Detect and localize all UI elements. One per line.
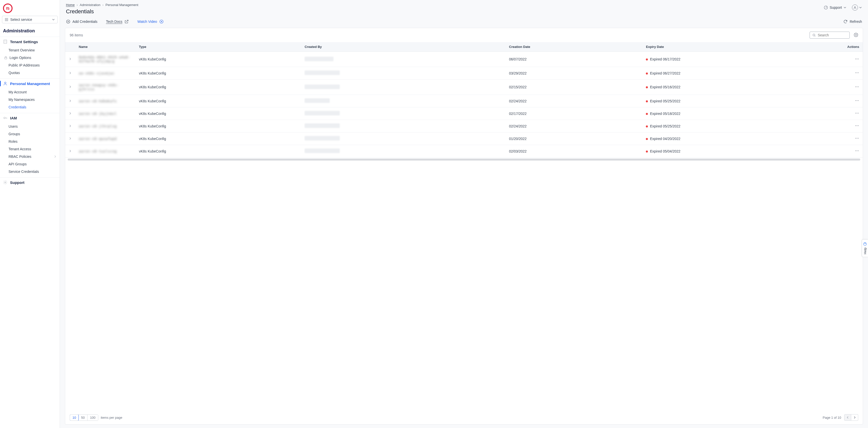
service-selector[interactable]: Select service bbox=[2, 16, 58, 23]
nav-item-rbac-policies[interactable]: RBAC Policies bbox=[0, 153, 60, 160]
add-credentials-button[interactable]: Add Credentials bbox=[66, 19, 97, 24]
svg-point-38 bbox=[857, 125, 857, 126]
svg-point-37 bbox=[856, 125, 856, 126]
grid-icon bbox=[5, 18, 8, 21]
nav-item-api-groups[interactable]: API Groups bbox=[0, 160, 60, 168]
cell-created-by bbox=[301, 145, 505, 158]
nav-item-tenant-overview[interactable]: Tenant Overview bbox=[0, 47, 60, 54]
nav-item-users[interactable]: Users bbox=[0, 123, 60, 130]
svg-point-15 bbox=[5, 182, 6, 183]
row-actions-button[interactable] bbox=[844, 95, 863, 107]
user-icon bbox=[3, 81, 7, 86]
cell-type: vK8s KubeConfig bbox=[135, 67, 301, 80]
svg-rect-11 bbox=[4, 40, 7, 44]
breadcrumb-home[interactable]: Home bbox=[66, 3, 75, 7]
chevron-down-icon bbox=[859, 6, 862, 9]
nav-item-label: Credentials bbox=[8, 105, 26, 109]
lock-icon bbox=[4, 56, 7, 59]
svg-point-41 bbox=[857, 138, 857, 139]
search-input[interactable] bbox=[818, 33, 847, 37]
expand-row-button[interactable] bbox=[65, 80, 75, 95]
status-dot-expired bbox=[646, 113, 648, 115]
expand-row-button[interactable] bbox=[65, 52, 75, 67]
cell-expiry: Expired 05/04/2022 bbox=[642, 145, 844, 158]
nav-item-label: Tenant Overview bbox=[8, 48, 35, 52]
svg-point-30 bbox=[858, 86, 859, 87]
search-box[interactable] bbox=[810, 32, 850, 39]
row-actions-button[interactable] bbox=[844, 145, 863, 158]
expand-row-button[interactable] bbox=[65, 95, 75, 107]
cell-expiry: Expired 06/27/2022 bbox=[642, 67, 844, 80]
cell-name: aaron-newguy-vk8s-gjhrsiu bbox=[79, 83, 119, 91]
chevron-right-icon bbox=[69, 112, 72, 115]
col-creation-date[interactable]: Creation Date bbox=[505, 42, 642, 52]
nav-item-label: Roles bbox=[8, 140, 18, 143]
nav-group-tenant-settings[interactable]: Tenant Settings bbox=[0, 37, 60, 47]
cell-type: vK8s KubeConfig bbox=[135, 120, 301, 133]
expand-row-button[interactable] bbox=[65, 145, 75, 158]
refresh-button[interactable]: Refresh bbox=[843, 19, 862, 24]
more-horizontal-icon bbox=[855, 85, 859, 89]
row-actions-button[interactable] bbox=[844, 133, 863, 145]
nav-group-iam[interactable]: IAM bbox=[0, 113, 60, 123]
col-type[interactable]: Type bbox=[135, 42, 301, 52]
svg-point-14 bbox=[4, 117, 5, 119]
help-label: Help bbox=[863, 248, 867, 254]
help-tab[interactable]: Help bbox=[862, 239, 868, 257]
page-status: Page 1 of 10 bbox=[823, 416, 841, 420]
col-expiry-date[interactable]: Expiry Date bbox=[642, 42, 844, 52]
user-menu[interactable] bbox=[852, 4, 862, 10]
nav-item-service-credentials[interactable]: Service Credentials bbox=[0, 168, 60, 175]
cell-expiry: Expired 05/25/2022 bbox=[642, 95, 844, 107]
nav-item-public-ip[interactable]: Public IP Addresses bbox=[0, 61, 60, 69]
tech-docs-link[interactable]: Tech Docs bbox=[106, 19, 129, 24]
page-size-50[interactable]: 50 bbox=[79, 415, 87, 421]
expand-row-button[interactable] bbox=[65, 120, 75, 133]
expand-row-button[interactable] bbox=[65, 133, 75, 145]
col-name[interactable]: Name bbox=[75, 42, 135, 52]
nav-item-quotas[interactable]: Quotas bbox=[0, 69, 60, 77]
table-row: 8e6e4da-d6b1-4929-a4a8-02f4a70-ufyjdqcgv… bbox=[65, 52, 863, 67]
expand-row-button[interactable] bbox=[65, 107, 75, 120]
action-row: Add Credentials Tech Docs Watch Video Re… bbox=[60, 17, 868, 28]
nav-item-my-account[interactable]: My Account bbox=[0, 88, 60, 96]
refresh-icon bbox=[843, 19, 848, 24]
nav-item-tenant-access[interactable]: Tenant Access bbox=[0, 145, 60, 153]
nav-item-roles[interactable]: Roles bbox=[0, 138, 60, 145]
svg-rect-4 bbox=[7, 18, 8, 19]
building-icon bbox=[3, 39, 7, 44]
row-actions-button[interactable] bbox=[844, 67, 863, 80]
row-actions-button[interactable] bbox=[844, 120, 863, 133]
support-menu[interactable]: Support bbox=[824, 5, 846, 10]
chevron-right-icon bbox=[69, 137, 72, 140]
more-horizontal-icon bbox=[855, 111, 859, 115]
row-actions-button[interactable] bbox=[844, 52, 863, 67]
nav-item-groups[interactable]: Groups bbox=[0, 130, 60, 138]
horizontal-scrollbar[interactable] bbox=[68, 159, 860, 161]
table-settings-button[interactable] bbox=[854, 33, 858, 38]
page-size-100[interactable]: 100 bbox=[88, 415, 98, 421]
support-label: Support bbox=[830, 5, 842, 9]
table-row: aaron-v8-jbyjnmvlvK8s KubeConfig02/17/20… bbox=[65, 107, 863, 120]
nav-group-support[interactable]: Support bbox=[0, 177, 60, 187]
breadcrumb-personal: Personal Management bbox=[105, 3, 138, 7]
nav-item-label: Tenant Access bbox=[8, 147, 31, 151]
row-actions-button[interactable] bbox=[844, 80, 863, 95]
nav-group-personal-management[interactable]: Personal Management bbox=[0, 79, 60, 88]
nav-item-my-namespaces[interactable]: My Namespaces bbox=[0, 96, 60, 103]
svg-point-36 bbox=[858, 113, 859, 113]
chevron-right-icon bbox=[54, 155, 57, 158]
nav-item-login-options[interactable]: Login Options bbox=[0, 54, 60, 61]
watch-video-link[interactable]: Watch Video bbox=[137, 19, 164, 24]
expand-row-button[interactable] bbox=[65, 67, 75, 80]
row-actions-button[interactable] bbox=[844, 107, 863, 120]
col-created-by[interactable]: Created By bbox=[301, 42, 505, 52]
refresh-label: Refresh bbox=[850, 20, 862, 24]
nav-group-label: Personal Management bbox=[10, 82, 50, 86]
prev-page-button[interactable] bbox=[844, 414, 851, 421]
nav-item-credentials[interactable]: Credentials bbox=[0, 103, 60, 111]
page-size-10[interactable]: 10 bbox=[70, 415, 79, 421]
breadcrumb-admin: Administration bbox=[80, 3, 100, 7]
cell-name: aaron-v8-hdkmkafx bbox=[79, 99, 117, 103]
next-page-button[interactable] bbox=[851, 414, 858, 421]
